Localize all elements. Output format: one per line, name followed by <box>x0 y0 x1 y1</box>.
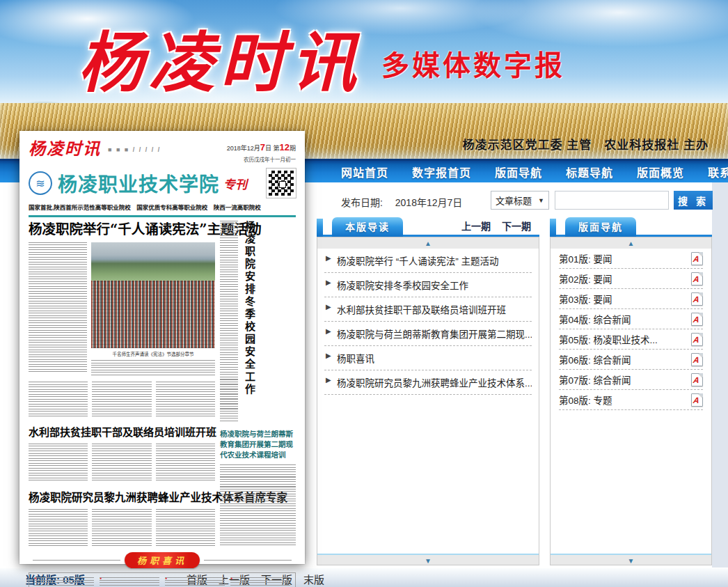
paper-lunar-date: 农历戊戌年十一月初一 <box>227 155 296 163</box>
search-field-dropdown[interactable]: 文章标题 ▼ <box>491 191 549 210</box>
vertical-headline-row: 杨凌职院安排冬季校园安全工作 <box>220 221 296 424</box>
pdf-icon[interactable] <box>691 252 703 265</box>
nav-item-page-overview[interactable]: 版面概览 <box>637 164 684 180</box>
tab-current-page-index[interactable]: 本版导读 <box>332 217 403 237</box>
pdf-icon[interactable] <box>691 333 703 346</box>
right-background-strip <box>712 182 728 568</box>
page-label: 第01版: 要闻 <box>559 251 612 265</box>
paper-vertical-headline: 杨凌职院安排冬季校园安全工作 <box>243 221 255 424</box>
page-label: 第05版: 杨凌职业技术... <box>559 332 658 346</box>
bullet-arrow-icon: ▶ <box>326 376 331 384</box>
publish-date-row: 发布日期: 2018年12月7日 <box>341 195 462 209</box>
bullet-arrow-icon: ▶ <box>326 254 331 262</box>
simulated-text-column <box>92 382 151 418</box>
search-field-selected: 文章标题 <box>496 194 532 207</box>
next-issue-link[interactable]: 下一期 <box>502 217 531 235</box>
article-list-item[interactable]: ▶杨凌职院与荷兰朗蒂斯教育集团开展第二期现... <box>324 322 532 346</box>
simulated-text-column <box>34 577 94 587</box>
page-list-item[interactable]: 第05版: 杨凌职业技术... <box>559 329 703 350</box>
simulated-text-column <box>220 464 296 547</box>
page-label: 第07版: 综合新闻 <box>559 373 631 386</box>
paper-teal-headline: 杨凌职院与荷兰朗蒂斯教育集团开展第二期现代农业技术课程培训 <box>220 429 296 461</box>
previous-issue-link[interactable]: 上一期 <box>461 217 491 235</box>
page-list-item[interactable]: 第08版: 专题 <box>559 390 703 410</box>
site-brand-calligraphy: 杨凌时讯 <box>78 10 362 104</box>
college-name: 杨凌职业技术学院 <box>58 169 219 197</box>
pdf-icon[interactable] <box>691 272 703 285</box>
publish-date-value: 2018年12月7日 <box>395 197 463 208</box>
scroll-up-icon: ▲ <box>425 240 432 247</box>
pdf-icon[interactable] <box>691 393 703 407</box>
article-list-item[interactable]: ▶杨凌职院研究员黎九洲获聘蜂业产业技术体系... <box>324 370 532 395</box>
digital-newspaper-page: 杨凌时讯 多媒体数字报 杨凌示范区党工委 主管 农业科技报社 主办 网站首页 数… <box>0 0 728 587</box>
article-list-scroll-down[interactable]: ▼ <box>317 554 539 565</box>
simulated-paragraphs <box>29 444 215 483</box>
page-list-item[interactable]: 第02版: 要闻 <box>559 269 703 289</box>
photo-caption: 千名师生齐声诵读《宪法》节选部分章节 <box>91 350 215 357</box>
page-list-item[interactable]: 第03版: 要闻 <box>559 289 703 309</box>
article-list-item[interactable]: ▶杨凌职院举行 “千人诵读宪法” 主题活动 <box>324 249 532 273</box>
nav-item-site-home[interactable]: 网站首页 <box>341 164 388 180</box>
page-list-scroll-up[interactable]: ▲ <box>551 237 711 249</box>
pdf-icon[interactable] <box>691 353 703 366</box>
accreditation-line: 国家首批,陕西首所示范性高等职业院校 国家优质专科高等职业院校 陕西一流高职院校 <box>29 203 296 211</box>
simulated-text-column <box>92 509 151 547</box>
paper-left-columns: 杨凌职院举行“千人诵读宪法”主题活动 千名师生齐声诵读《宪法》节选部分章节 <box>29 221 215 547</box>
publish-date-label: 发布日期: <box>341 197 383 208</box>
page-label: 第03版: 要闻 <box>559 292 612 306</box>
paper-body: 杨凌职院举行“千人诵读宪法”主题活动 千名师生齐声诵读《宪法》节选部分章节 <box>29 221 296 547</box>
paper-date-block: 2018年12月7日 第12期 农历戊戌年十一月初一 <box>227 141 296 163</box>
simulated-paragraphs <box>29 382 215 418</box>
simulated-paragraphs <box>29 509 215 547</box>
site-tagline: 多媒体数字报 <box>381 43 565 84</box>
search-input[interactable] <box>555 191 669 210</box>
search-button[interactable]: 搜 索 <box>674 191 713 210</box>
good-news-ribbon: 杨职喜讯 <box>125 552 200 568</box>
page-list-item[interactable]: 第07版: 综合新闻 <box>559 370 703 390</box>
simulated-text-column <box>156 444 215 483</box>
tabstrip-left-stub <box>550 219 556 237</box>
page-list-item[interactable]: 第01版: 要闻 <box>559 249 703 269</box>
paper-headline-1: 杨凌职院举行“千人诵读宪法”主题活动 <box>29 221 215 237</box>
scroll-down-icon: ▼ <box>425 557 432 565</box>
simulated-text-column <box>29 444 88 483</box>
article-index-box: ▲ ▶杨凌职院举行 “千人诵读宪法” 主题活动 ▶杨凌职院安排冬季校园安全工作 … <box>317 237 539 565</box>
crowd-photo <box>91 242 215 348</box>
paper-masthead: 杨凌时讯 <box>29 141 101 157</box>
simulated-text-column <box>29 242 87 373</box>
bullet-arrow-icon: ▶ <box>326 279 331 286</box>
page-label: 第06版: 综合新闻 <box>559 352 631 366</box>
nav-item-contact[interactable]: 联系我们 <box>708 164 728 180</box>
pages-tabstrip: 版面导航 <box>550 217 712 237</box>
good-news-ribbon-row: 杨职喜讯 <box>33 552 292 568</box>
simulated-text-column <box>100 577 159 587</box>
article-title: 水利部扶贫挂职干部及联络员培训班开班 <box>337 305 506 315</box>
simulated-text-column <box>156 509 215 547</box>
newspaper-page-preview[interactable]: 杨凌时讯 ■ ■ ■ / / / / / 2018年12月7日 第12期 农历戊… <box>19 131 305 564</box>
article-list-item[interactable]: ▶杨凌职院安排冬季校园安全工作 <box>324 273 532 297</box>
last-page-link[interactable]: 末版 <box>303 572 324 586</box>
page-label: 第02版: 要闻 <box>559 272 612 285</box>
article-list-item[interactable]: ▶水利部扶贫挂职干部及联络员培训班开班 <box>324 297 532 322</box>
nav-item-epaper-home[interactable]: 数字报首页 <box>412 164 471 180</box>
article-title: 杨凌职院与荷兰朗蒂斯教育集团开展第二期现... <box>337 329 532 340</box>
article-title: 杨凌职院举行 “千人诵读宪法” 主题活动 <box>337 256 499 267</box>
pdf-icon[interactable] <box>691 373 703 386</box>
nav-item-title-nav[interactable]: 标题导航 <box>566 164 613 180</box>
paper-headline-3: 杨凌职院研究员黎九洲获聘蜂业产业技术体系首席专家 <box>29 489 215 504</box>
nav-item-page-nav[interactable]: 版面导航 <box>495 164 542 180</box>
page-list-scroll-down[interactable]: ▼ <box>551 554 711 565</box>
paper-right-column: 杨凌职院安排冬季校园安全工作 杨凌职院与荷兰朗蒂斯教育集团开展第二期现代农业技术… <box>220 221 296 547</box>
article-list-scroll-up[interactable]: ▲ <box>317 237 539 249</box>
pdf-icon[interactable] <box>691 292 703 306</box>
crowd-pattern <box>91 281 215 348</box>
page-label: 第04版: 综合新闻 <box>559 312 631 326</box>
page-list-item[interactable]: 第06版: 综合新闻 <box>559 350 703 370</box>
article-list: ▶杨凌职院举行 “千人诵读宪法” 主题活动 ▶杨凌职院安排冬季校园安全工作 ▶水… <box>317 249 539 395</box>
scroll-up-icon: ▲ <box>628 240 635 247</box>
pdf-icon[interactable] <box>691 313 703 326</box>
page-list-item[interactable]: 第04版: 综合新闻 <box>559 309 703 329</box>
tab-page-navigation[interactable]: 版面导航 <box>565 217 636 237</box>
article-list-item[interactable]: ▶杨职喜讯 <box>324 346 532 370</box>
article-title: 杨职喜讯 <box>337 354 374 364</box>
